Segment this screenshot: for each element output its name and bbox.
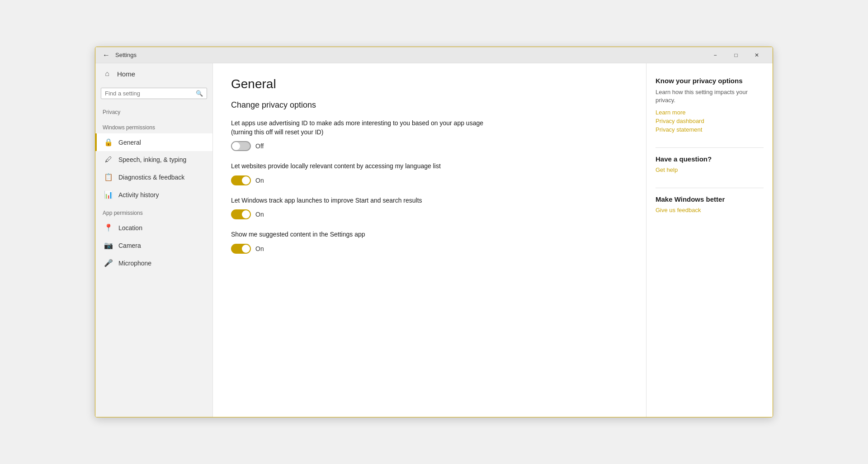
maximize-button[interactable]: □ [726,47,746,63]
windows-permissions-label: Windows permissions [95,118,212,133]
general-icon: 🔒 [104,138,113,147]
feedback-section: Make Windows better Give us feedback [656,195,764,213]
language-toggle-knob [242,176,250,185]
privacy-section-label: Privacy [95,103,212,118]
app-permissions-label: App permissions [95,204,212,219]
help-section: Have a question? Get help [656,155,764,173]
sidebar-item-microphone-label: Microphone [118,260,151,267]
give-feedback-link[interactable]: Give us feedback [656,207,764,213]
learn-more-link[interactable]: Learn more [656,109,764,116]
setting-tracking: Let Windows track app launches to improv… [231,196,628,220]
sidebar-item-speech[interactable]: 🖊 Speech, inking, & typing [95,151,212,168]
main-content: General Change privacy options Let apps … [213,63,646,417]
window-title: Settings [115,52,705,58]
content-area: ⌂ Home 🔍 Privacy Windows permissions 🔒 G… [95,63,773,417]
home-icon: ⌂ [103,70,112,78]
advertising-toggle-knob [232,142,240,150]
divider-2 [656,188,764,188]
settings-window: ← Settings − □ ✕ ⌂ Home 🔍 Privacy Window… [95,47,773,417]
sidebar-item-location[interactable]: 📍 Location [95,219,212,237]
camera-icon: 📷 [104,241,113,250]
back-icon: ← [103,51,110,59]
search-icon: 🔍 [196,90,203,97]
privacy-statement-link[interactable]: Privacy statement [656,126,764,133]
page-title: General [231,77,628,91]
back-button[interactable]: ← [101,50,112,61]
sidebar-item-general[interactable]: 🔒 General [95,133,212,151]
help-title: Have a question? [656,155,764,163]
privacy-options-desc: Learn how this setting impacts your priv… [656,88,764,104]
language-toggle-row: On [231,175,628,185]
suggested-toggle-knob [242,245,250,253]
close-button[interactable]: ✕ [746,47,767,63]
advertising-toggle[interactable] [231,141,251,151]
home-label: Home [117,70,135,78]
tracking-description: Let Windows track app launches to improv… [231,196,502,205]
tracking-toggle-row: On [231,209,628,219]
sidebar-item-location-label: Location [118,224,142,232]
sidebar-item-general-label: General [118,139,141,146]
privacy-dashboard-link[interactable]: Privacy dashboard [656,118,764,124]
suggested-toggle-row: On [231,244,628,254]
setting-suggested: Show me suggested content in the Setting… [231,230,628,254]
divider-1 [656,147,764,148]
search-input[interactable] [105,90,193,97]
sidebar-item-activity[interactable]: 📊 Activity history [95,186,212,204]
privacy-options-title: Know your privacy options [656,77,764,85]
sidebar-item-camera-label: Camera [118,242,141,249]
home-nav-item[interactable]: ⌂ Home [95,63,212,84]
titlebar: ← Settings − □ ✕ [95,47,773,63]
tracking-toggle[interactable] [231,209,251,219]
suggested-toggle[interactable] [231,244,251,254]
setting-advertising: Let apps use advertising ID to make ads … [231,119,628,151]
section-title: Change privacy options [231,100,628,110]
minimize-button[interactable]: − [705,47,726,63]
sidebar: ⌂ Home 🔍 Privacy Windows permissions 🔒 G… [95,63,213,417]
right-panel: Know your privacy options Learn how this… [646,63,773,417]
sidebar-item-camera[interactable]: 📷 Camera [95,237,212,254]
tracking-toggle-knob [242,210,250,218]
suggested-toggle-label: On [255,245,264,252]
sidebar-item-diagnostics[interactable]: 📋 Diagnostics & feedback [95,168,212,186]
setting-language: Let websites provide locally relevant co… [231,162,628,185]
advertising-toggle-row: Off [231,141,628,151]
sidebar-item-speech-label: Speech, inking, & typing [118,156,186,163]
advertising-description: Let apps use advertising ID to make ads … [231,119,502,137]
privacy-options-section: Know your privacy options Learn how this… [656,77,764,133]
advertising-toggle-label: Off [255,142,264,150]
language-toggle[interactable] [231,175,251,185]
diagnostics-icon: 📋 [104,173,113,181]
sidebar-item-activity-label: Activity history [118,191,159,199]
activity-icon: 📊 [104,190,113,199]
feedback-title: Make Windows better [656,195,764,203]
suggested-description: Show me suggested content in the Setting… [231,230,502,239]
window-controls: − □ ✕ [705,47,767,63]
search-container[interactable]: 🔍 [101,88,207,99]
tracking-toggle-label: On [255,211,264,218]
language-description: Let websites provide locally relevant co… [231,162,502,171]
microphone-icon: 🎤 [104,259,113,267]
speech-icon: 🖊 [104,156,113,164]
get-help-link[interactable]: Get help [656,166,764,173]
language-toggle-label: On [255,177,264,184]
sidebar-item-microphone[interactable]: 🎤 Microphone [95,254,212,272]
location-icon: 📍 [104,223,113,232]
sidebar-item-diagnostics-label: Diagnostics & feedback [118,174,184,181]
